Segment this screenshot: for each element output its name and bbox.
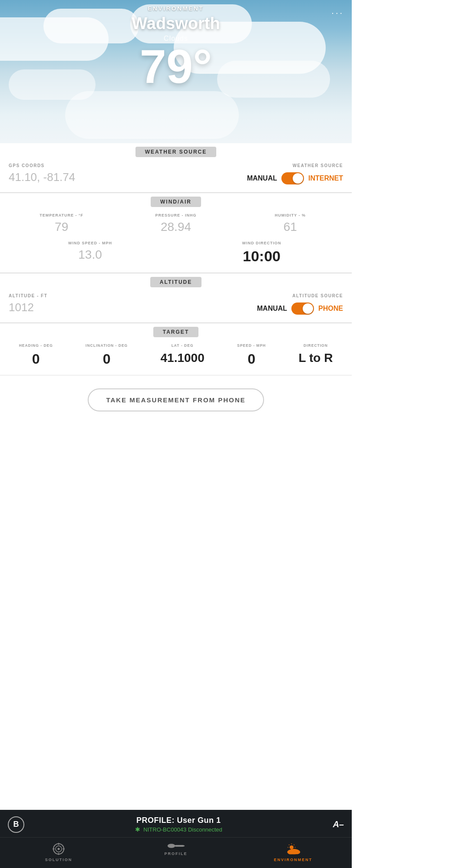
svg-line-15: [289, 845, 289, 845]
wind-direction-value: 10:00: [243, 248, 281, 265]
wind-speed-col: WIND SPEED - MPH 13.0: [4, 241, 176, 265]
lat-label: LAT - DEG: [172, 343, 194, 348]
speed-value: 0: [248, 351, 255, 367]
gps-coords-col: GPS COORDS 41.10, -81.74: [9, 163, 176, 184]
tab-bar: SOLUTION PROFILE: [0, 838, 352, 868]
altitude-source-label: ALTITUDE SOURCE: [292, 293, 343, 298]
direction-label: DIRECTION: [304, 343, 328, 348]
bluetooth-icon: ✱: [135, 826, 140, 833]
humidity-value: 61: [284, 220, 297, 234]
gps-coords-value: 41.10, -81.74: [9, 171, 75, 184]
wind-direction-label: WIND DIRECTION: [242, 241, 281, 245]
tab-profile[interactable]: PROFILE: [117, 843, 234, 862]
heading-col: HEADING - DEG 0: [19, 343, 53, 367]
tab-solution[interactable]: SOLUTION: [0, 843, 117, 862]
target-badge: TARGET: [153, 327, 198, 337]
svg-rect-9: [183, 845, 185, 846]
solution-icon: [53, 843, 65, 855]
profile-letter: B: [13, 820, 19, 829]
profile-name: PROFILE: User Gun 1: [24, 816, 333, 825]
svg-rect-8: [175, 845, 184, 847]
lat-col: LAT - DEG 41.1000: [161, 343, 205, 367]
altitude-ft-label: ALTITUDE - FT: [9, 293, 47, 298]
hero-title: ENVIRONMENT: [148, 5, 204, 12]
humidity-label: HUMIDITY - %: [275, 213, 306, 217]
device-name: NITRO-BC00043 Disconnected: [143, 826, 222, 833]
inclination-col: INCLINATION - DEG 0: [86, 343, 128, 367]
environment-icon: [285, 843, 301, 855]
temperature-label: TEMPERATURE - °F: [40, 213, 83, 217]
more-options-icon[interactable]: ···: [331, 8, 344, 18]
svg-point-20: [294, 850, 300, 854]
altitude-ft-col: ALTITUDE - FT 1012: [9, 293, 176, 315]
tab-environment[interactable]: ENVIRONMENT: [234, 843, 352, 862]
svg-point-7: [168, 844, 175, 848]
profile-center: PROFILE: User Gun 1 ✱ NITRO-BC00043 Disc…: [24, 816, 333, 833]
temperature-col: TEMPERATURE - °F 79: [4, 213, 119, 234]
profile-device: ✱ NITRO-BC00043 Disconnected: [24, 826, 333, 833]
pressure-label: PRESSURE - INHG: [155, 213, 196, 217]
weather-source-section: WEATHER SOURCE GPS COORDS 41.10, -81.74 …: [0, 143, 352, 193]
wind-speed-value: 13.0: [78, 248, 102, 262]
pressure-value: 28.94: [161, 220, 191, 234]
direction-value: L to R: [299, 351, 333, 365]
temperature-value: 79: [55, 220, 68, 234]
altitude-ft-value: 1012: [9, 301, 34, 314]
lat-value: 41.1000: [161, 351, 205, 365]
humidity-col: HUMIDITY - % 61: [233, 213, 347, 234]
target-section: TARGET HEADING - DEG 0 INCLINATION - DEG…: [0, 323, 352, 375]
profile-right-icon[interactable]: A–: [333, 819, 344, 829]
profile-icon-circle[interactable]: B: [8, 816, 24, 833]
inclination-value: 0: [103, 351, 111, 367]
speed-label: SPEED - MPH: [237, 343, 266, 348]
profile-icon: [167, 843, 185, 849]
bottom-bar: B PROFILE: User Gun 1 ✱ NITRO-BC00043 Di…: [0, 810, 352, 868]
profile-bar: B PROFILE: User Gun 1 ✱ NITRO-BC00043 Di…: [0, 810, 352, 838]
tab-profile-label: PROFILE: [164, 852, 187, 856]
hero-section: ··· ENVIRONMENT Wadsworth Clouds 79°: [0, 0, 352, 143]
wind-air-section: WIND/AIR TEMPERATURE - °F 79 PRESSURE - …: [0, 193, 352, 273]
weather-source-label: WEATHER SOURCE: [293, 163, 343, 168]
pressure-col: PRESSURE - INHG 28.94: [119, 213, 233, 234]
altitude-source-col: ALTITUDE SOURCE MANUAL PHONE: [176, 293, 343, 315]
source-toggle-col: WEATHER SOURCE MANUAL INTERNET: [176, 163, 343, 184]
altitude-source-toggle[interactable]: [291, 302, 314, 315]
wind-air-badge: WIND/AIR: [151, 197, 201, 207]
wind-speed-label: WIND SPEED - MPH: [68, 241, 112, 245]
gps-coords-label: GPS COORDS: [9, 163, 45, 168]
svg-point-19: [287, 850, 294, 855]
internet-label: INTERNET: [308, 174, 343, 182]
heading-label: HEADING - DEG: [19, 343, 53, 348]
altitude-section: ALTITUDE ALTITUDE - FT 1012 ALTITUDE SOU…: [0, 273, 352, 323]
inclination-label: INCLINATION - DEG: [86, 343, 128, 348]
tab-environment-label: ENVIRONMENT: [274, 858, 313, 862]
wind-direction-col: WIND DIRECTION 10:00: [176, 241, 347, 265]
altitude-badge: ALTITUDE: [150, 277, 201, 287]
weather-source-toggle[interactable]: [281, 172, 304, 184]
weather-source-badge: WEATHER SOURCE: [135, 147, 216, 157]
speed-col: SPEED - MPH 0: [237, 343, 266, 367]
main-spacer: [0, 429, 352, 516]
measurement-button-row: TAKE MEASUREMENT FROM PHONE: [0, 375, 352, 429]
tab-solution-label: SOLUTION: [45, 858, 73, 862]
svg-line-17: [294, 845, 294, 845]
direction-col: DIRECTION L to R: [299, 343, 333, 367]
svg-point-2: [58, 848, 60, 850]
hero-temperature: 79°: [140, 43, 212, 90]
heading-value: 0: [32, 351, 40, 367]
manual-label: MANUAL: [247, 174, 277, 182]
altitude-phone-label: PHONE: [318, 305, 343, 312]
svg-point-10: [290, 845, 294, 849]
hero-location: Wadsworth: [132, 14, 220, 33]
take-measurement-button[interactable]: TAKE MEASUREMENT FROM PHONE: [88, 388, 264, 411]
altitude-manual-label: MANUAL: [257, 305, 287, 312]
